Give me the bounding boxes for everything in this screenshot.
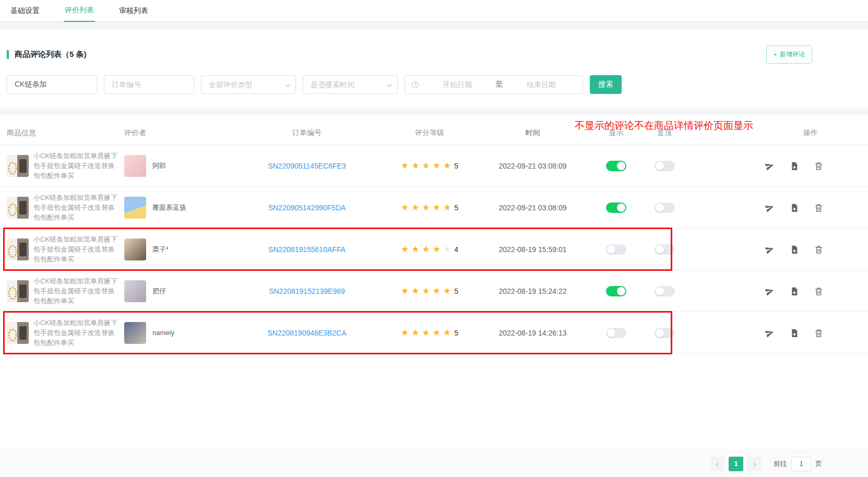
- table-row: 小CK链条加粗加宽单肩腋下包手提包金属链子改造替换包包配件单买 肥仔 SN220…: [0, 270, 868, 312]
- pin-toggle[interactable]: [655, 286, 675, 296]
- send-icon[interactable]: [765, 287, 775, 296]
- delete-icon[interactable]: [814, 328, 823, 338]
- tab-audit-list[interactable]: 审核列表: [118, 1, 149, 21]
- start-date-input[interactable]: [422, 80, 493, 89]
- tab-review-list[interactable]: 评价列表: [64, 0, 95, 22]
- reviewer-name: 栗子*: [152, 245, 169, 254]
- table-footer: ‹ 1 › 前往 页: [0, 450, 868, 477]
- goto-label: 前往: [774, 459, 787, 469]
- search-button[interactable]: 搜索: [590, 75, 622, 94]
- plus-icon: +: [774, 51, 777, 58]
- table-body: 小CK链条加粗加宽单肩腋下包手提包金属链子改造替换包包配件单买 阿部 SN220…: [0, 145, 868, 354]
- rating-value: 4: [454, 245, 458, 254]
- chevron-down-icon: [386, 82, 393, 90]
- pin-toggle[interactable]: [655, 161, 675, 171]
- review-table-panel: 不显示的评论不在商品详情评价页面显示 商品信息 评价者 订单编号 评分等级 时间…: [0, 115, 868, 456]
- rating-value: 5: [454, 287, 458, 295]
- star-icon: ★: [422, 161, 430, 171]
- pin-toggle[interactable]: [655, 328, 675, 338]
- product-image: [7, 197, 29, 219]
- header-order: 订单编号: [229, 128, 385, 138]
- star-icon: ★: [411, 161, 419, 171]
- order-no-filter: [104, 75, 194, 94]
- avatar: [124, 322, 146, 344]
- reviewer-name: 肥仔: [152, 287, 166, 296]
- keyword-input[interactable]: [14, 80, 90, 89]
- star-icon: ★: [433, 202, 441, 212]
- avatar: [124, 238, 146, 260]
- show-toggle[interactable]: [606, 161, 626, 171]
- clock-icon: [411, 81, 419, 89]
- star-icon: ★: [401, 202, 409, 212]
- rating-value: 5: [454, 204, 458, 212]
- keyword-filter: [7, 75, 97, 94]
- next-page-button[interactable]: ›: [747, 457, 762, 471]
- delete-icon[interactable]: [814, 161, 823, 171]
- file-add-icon[interactable]: [790, 161, 799, 171]
- pin-toggle[interactable]: [655, 244, 675, 255]
- star-rating: ★★★★★: [401, 327, 454, 338]
- show-toggle[interactable]: [606, 328, 626, 338]
- star-rating: ★★★★★: [401, 160, 454, 171]
- star-icon: ★: [411, 202, 419, 212]
- goto-page-input[interactable]: [791, 457, 811, 471]
- star-icon: ★: [433, 244, 441, 254]
- send-icon[interactable]: [765, 245, 775, 254]
- star-icon: ★: [401, 286, 409, 296]
- review-time: 2022-08-19 15:59:01: [474, 245, 591, 254]
- delete-icon[interactable]: [814, 245, 823, 254]
- order-number-link[interactable]: SN2209051145EC6FE3: [268, 162, 346, 170]
- rating-value: 5: [454, 162, 458, 170]
- star-icon: ★: [411, 244, 419, 254]
- order-number-link[interactable]: SN2208190948E3B2CA: [267, 329, 346, 337]
- product-title: 小CK链条加粗加宽单肩腋下包手提包金属链子改造替换包包配件单买: [33, 276, 121, 306]
- send-icon[interactable]: [765, 161, 775, 171]
- star-icon: ★: [411, 286, 419, 296]
- show-toggle[interactable]: [606, 286, 626, 296]
- product-image: [7, 238, 29, 260]
- delete-icon[interactable]: [814, 203, 823, 212]
- show-toggle[interactable]: [606, 244, 626, 255]
- star-icon: ★: [433, 161, 441, 171]
- review-type-select[interactable]: [201, 75, 296, 94]
- current-page-button[interactable]: 1: [729, 457, 743, 471]
- order-number-link[interactable]: SN220819152139E969: [269, 287, 345, 295]
- prev-page-button[interactable]: ‹: [710, 457, 724, 471]
- date-range-picker[interactable]: 至: [405, 75, 583, 94]
- order-no-input[interactable]: [111, 80, 187, 89]
- reviewer-name: namely: [152, 329, 174, 337]
- delete-icon[interactable]: [814, 287, 823, 296]
- header-reviewer: 评价者: [124, 128, 229, 138]
- file-add-icon[interactable]: [790, 245, 799, 254]
- star-icon: ★: [422, 244, 430, 254]
- search-time-select[interactable]: [303, 75, 398, 94]
- star-icon: ★: [443, 286, 451, 296]
- star-rating: ★★★★★: [401, 244, 454, 255]
- star-icon: ★: [422, 328, 430, 338]
- tab-basic-settings[interactable]: 基础设置: [9, 1, 41, 21]
- send-icon[interactable]: [765, 203, 775, 212]
- product-title: 小CK链条加粗加宽单肩腋下包手提包金属链子改造替换包包配件单买: [33, 151, 121, 181]
- review-time: 2022-08-19 15:24:22: [474, 287, 591, 295]
- star-icon: ★: [443, 244, 451, 254]
- product-title: 小CK链条加粗加宽单肩腋下包手提包金属链子改造替换包包配件单买: [33, 234, 121, 264]
- end-date-input[interactable]: [506, 80, 577, 89]
- table-row: 小CK链条加粗加宽单肩腋下包手提包金属链子改造替换包包配件单买 阿部 SN220…: [0, 145, 868, 187]
- send-icon[interactable]: [765, 328, 775, 338]
- section-divider: [0, 109, 868, 115]
- pin-toggle[interactable]: [655, 202, 675, 213]
- star-rating: ★★★★★: [401, 285, 454, 296]
- show-toggle[interactable]: [606, 202, 626, 213]
- star-icon: ★: [443, 161, 451, 171]
- goto-unit: 页: [815, 459, 822, 469]
- order-number-link[interactable]: SN220819155610AFFA: [268, 245, 346, 254]
- star-icon: ★: [443, 202, 451, 212]
- file-add-icon[interactable]: [790, 287, 799, 296]
- add-review-button[interactable]: + 新增评论: [766, 45, 812, 64]
- order-number-link[interactable]: SN220905142990F5DA: [268, 204, 346, 212]
- file-add-icon[interactable]: [790, 203, 799, 212]
- header-rating: 评分等级: [385, 128, 474, 138]
- file-add-icon[interactable]: [790, 328, 799, 338]
- star-icon: ★: [422, 202, 430, 212]
- table-row: 小CK链条加粗加宽单肩腋下包手提包金属链子改造替换包包配件单买 栗子* SN22…: [0, 229, 868, 270]
